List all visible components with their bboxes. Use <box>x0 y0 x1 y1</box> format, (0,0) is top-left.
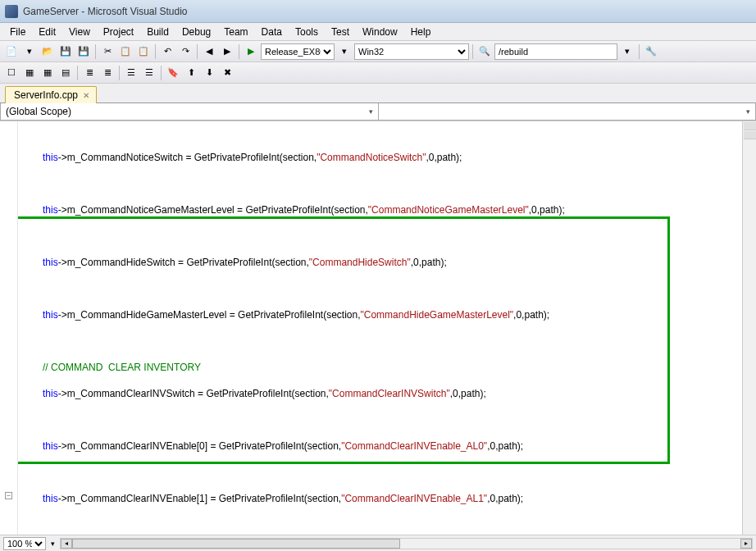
separator-icon <box>197 44 198 59</box>
separator-icon <box>639 44 640 59</box>
status-strip: 100 % ▾ ◂ ▸ <box>0 535 756 551</box>
window-title: GameServer - Microsoft Visual Studio <box>23 6 188 17</box>
dropdown-icon[interactable]: ▾ <box>619 43 635 60</box>
menu-data[interactable]: Data <box>255 25 289 39</box>
save-all-button[interactable]: 💾 <box>75 43 92 60</box>
scope-combo[interactable]: (Global Scope) ▾ <box>0 103 378 121</box>
increase-indent-button[interactable]: ≣ <box>81 65 98 81</box>
dropdown-icon[interactable]: ▾ <box>336 43 353 60</box>
select-all-button[interactable]: ▦ <box>39 65 56 81</box>
cut-button[interactable]: ✂ <box>99 43 116 60</box>
bookmark-button[interactable]: 🔖 <box>165 65 181 81</box>
select-button[interactable]: ▦ <box>21 65 38 81</box>
uncomment-button[interactable]: ☰ <box>141 65 157 81</box>
solution-config-combo[interactable]: Release_EX80… <box>261 43 335 60</box>
new-file-button[interactable]: ▾ <box>21 43 38 60</box>
prev-bookmark-button[interactable]: ⬆ <box>183 65 199 81</box>
dropdown-icon[interactable]: ▾ <box>51 540 55 548</box>
tab-label: ServerInfo.cpp <box>14 89 78 101</box>
chevron-down-icon: ▾ <box>369 107 373 116</box>
separator-icon <box>95 44 96 59</box>
separator-icon <box>472 44 473 59</box>
menu-file[interactable]: File <box>3 25 32 39</box>
menu-tools[interactable]: Tools <box>289 25 325 39</box>
paste-button[interactable]: 📋 <box>135 43 152 60</box>
app-icon <box>5 5 18 18</box>
zoom-combo[interactable]: 100 % <box>3 537 46 550</box>
scroll-thumb[interactable] <box>72 539 400 549</box>
clear-bookmarks-button[interactable]: ✖ <box>219 65 235 81</box>
menu-bar: File Edit View Project Build Debug Team … <box>0 23 756 41</box>
open-button[interactable]: 📂 <box>39 43 56 60</box>
window-button[interactable]: ☐ <box>3 65 20 81</box>
close-icon[interactable]: ✕ <box>83 91 89 100</box>
menu-project[interactable]: Project <box>97 25 140 39</box>
split-icon[interactable] <box>744 122 756 130</box>
nav-fwd-button[interactable]: ▶ <box>219 43 235 60</box>
navigation-bar: (Global Scope) ▾ ▾ <box>0 103 756 121</box>
menu-test[interactable]: Test <box>325 25 356 39</box>
toolbar-text-editor: ☐ ▦ ▦ ▤ ≣ ≣ ☰ ☰ 🔖 ⬆ ⬇ ✖ <box>0 62 756 84</box>
tab-serverinfo-cpp[interactable]: ServerInfo.cpp ✕ <box>5 86 97 103</box>
chevron-down-icon: ▾ <box>746 107 750 116</box>
indent-button[interactable]: ▤ <box>57 65 74 81</box>
window-titlebar: GameServer - Microsoft Visual Studio <box>0 0 756 23</box>
solution-platform-combo[interactable]: Win32 <box>354 43 469 60</box>
scroll-right-icon[interactable]: ▸ <box>740 539 752 549</box>
collapse-icon[interactable]: − <box>5 492 12 499</box>
new-project-button[interactable]: 📄 <box>3 43 20 60</box>
decrease-indent-button[interactable]: ≣ <box>99 65 116 81</box>
save-button[interactable]: 💾 <box>57 43 74 60</box>
separator-icon <box>155 44 156 59</box>
next-bookmark-button[interactable]: ⬇ <box>201 65 217 81</box>
vertical-scrollbar[interactable] <box>742 121 756 535</box>
scroll-up-icon[interactable] <box>744 131 756 139</box>
menu-view[interactable]: View <box>62 25 97 39</box>
scroll-left-icon[interactable]: ◂ <box>61 539 72 549</box>
scope-label: (Global Scope) <box>6 106 71 117</box>
menu-debug[interactable]: Debug <box>175 25 217 39</box>
separator-icon <box>161 66 162 80</box>
menu-build[interactable]: Build <box>140 25 175 39</box>
menu-window[interactable]: Window <box>356 25 404 39</box>
separator-icon <box>77 66 78 80</box>
redo-button[interactable]: ↷ <box>177 43 194 60</box>
copy-button[interactable]: 📋 <box>117 43 134 60</box>
start-debug-button[interactable]: ▶ <box>243 43 259 60</box>
menu-help[interactable]: Help <box>404 25 438 39</box>
toolbox-button[interactable]: 🔧 <box>643 43 659 60</box>
code-editor[interactable]: this->m_CommandNoticeSwitch = GetPrivate… <box>18 121 742 535</box>
separator-icon <box>239 44 239 59</box>
toolbar-standard: 📄 ▾ 📂 💾 💾 ✂ 📋 📋 ↶ ↷ ◀ ▶ ▶ Release_EX80… … <box>0 41 756 62</box>
member-combo[interactable]: ▾ <box>378 103 757 121</box>
menu-team[interactable]: Team <box>217 25 254 39</box>
undo-button[interactable]: ↶ <box>159 43 175 60</box>
separator-icon <box>119 66 120 80</box>
nav-back-button[interactable]: ◀ <box>201 43 217 60</box>
quick-find-input[interactable] <box>494 43 617 60</box>
find-button[interactable]: 🔍 <box>476 43 493 60</box>
comment-button[interactable]: ☰ <box>123 65 139 81</box>
outlining-gutter[interactable]: − <box>0 121 18 535</box>
document-tabstrip: ServerInfo.cpp ✕ <box>0 84 756 103</box>
menu-edit[interactable]: Edit <box>32 25 62 39</box>
editor-wrap: − this->m_CommandNoticeSwitch = GetPriva… <box>0 121 756 535</box>
horizontal-scrollbar[interactable]: ◂ ▸ <box>60 538 753 549</box>
